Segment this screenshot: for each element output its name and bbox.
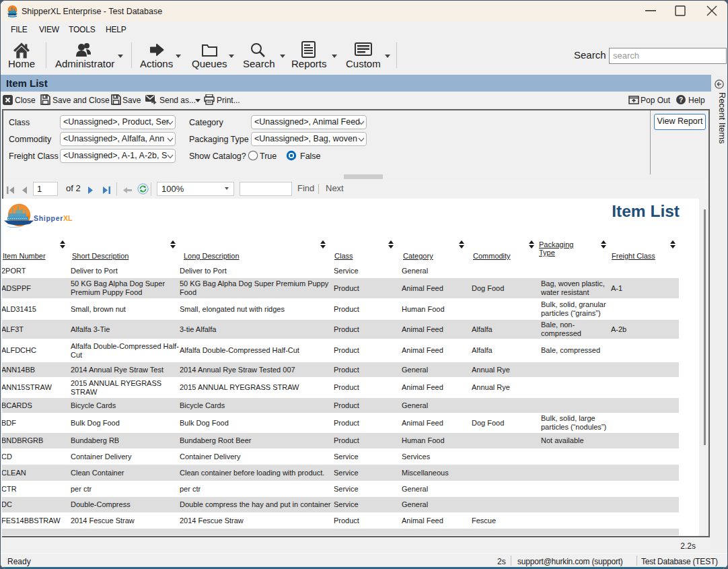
svg-text:?: ? <box>679 96 683 104</box>
svg-text:Shipper: Shipper <box>34 214 63 222</box>
svg-text:XL: XL <box>63 214 73 222</box>
